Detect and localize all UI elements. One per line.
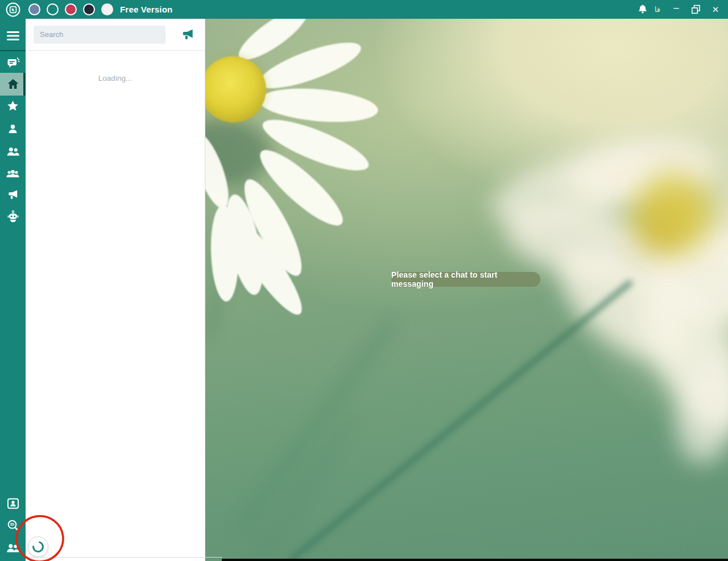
loading-spinner-button[interactable] (28, 537, 48, 557)
loading-spinner-icon (30, 539, 46, 555)
search-divider (26, 50, 205, 51)
sidebar: ID (0, 19, 26, 561)
theme-circle-white[interactable] (101, 3, 113, 15)
sidebar-item-bots[interactable] (0, 206, 26, 228)
sidebar-item-groups[interactable] (0, 140, 26, 162)
theme-circle-red[interactable] (65, 3, 77, 15)
channels-feed-button[interactable] (180, 27, 195, 42)
sidebar-item-home[interactable] (0, 73, 26, 96)
sidebar-item-chats[interactable] (0, 52, 26, 74)
empty-state-message: Please select a chat to start messaging (391, 272, 540, 287)
svg-text:ID: ID (10, 522, 14, 526)
close-button[interactable]: ✕ (710, 3, 721, 16)
sidebar-item-contacts[interactable] (0, 118, 26, 140)
bot-icon (6, 210, 20, 224)
search-row (26, 19, 205, 50)
title-bar-controls: فا – ✕ (636, 3, 728, 16)
megaphone-icon (180, 27, 195, 42)
search-input[interactable] (34, 26, 166, 44)
theme-circle-blue[interactable] (28, 3, 40, 15)
theme-color-selector (28, 3, 113, 15)
sidebar-item-nearby-people[interactable] (0, 537, 26, 559)
version-label: Free Version (120, 5, 172, 14)
sidebar-item-my-profile[interactable] (0, 492, 26, 514)
daisy-wallpaper (205, 19, 728, 561)
minimize-button[interactable]: – (671, 3, 682, 16)
people-icon (6, 541, 20, 555)
theme-circle-dark[interactable] (83, 3, 95, 15)
loading-text: Loading... (26, 74, 205, 82)
sidebar-item-favorites[interactable] (0, 95, 26, 117)
language-toggle[interactable]: فا (655, 5, 660, 14)
group-icon (6, 145, 20, 158)
home-icon (6, 77, 20, 91)
chats-icon (6, 56, 20, 70)
bottom-gray-line (26, 557, 222, 558)
sidebar-item-channels[interactable] (0, 184, 26, 206)
sidebar-item-menu[interactable] (0, 24, 26, 47)
sidebar-divider (0, 50, 26, 51)
theme-circle-outline[interactable] (47, 3, 59, 15)
title-bar: Free Version فا – ✕ (0, 0, 728, 19)
megaphone-channel-icon (6, 188, 19, 201)
star-favorites-icon (6, 100, 19, 113)
community-icon (6, 167, 20, 180)
app-window: Free Version فا – ✕ (0, 0, 728, 561)
notification-bell-icon[interactable] (636, 3, 649, 16)
chat-list-panel: Loading... (26, 19, 205, 561)
contact-card-icon (6, 497, 20, 510)
sidebar-item-search-by-id[interactable]: ID (0, 514, 26, 537)
chat-area: Please select a chat to start messaging (205, 19, 728, 561)
bottom-black-bar (222, 559, 728, 561)
sidebar-item-communities[interactable] (0, 162, 26, 184)
contact-person-icon (6, 122, 19, 135)
restore-window-icon[interactable] (690, 3, 702, 16)
app-logo-icon (5, 2, 21, 18)
hamburger-menu-icon (6, 30, 20, 42)
search-by-id-icon: ID (6, 519, 20, 533)
